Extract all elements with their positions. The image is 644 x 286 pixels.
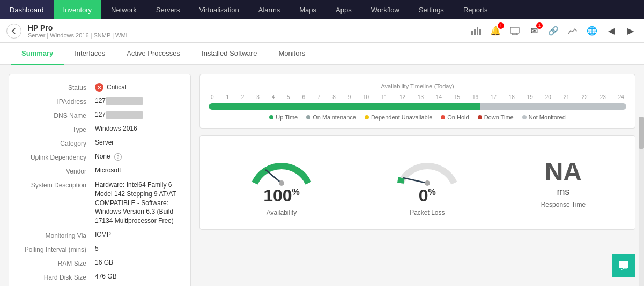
nav-alarms[interactable]: Alarms bbox=[249, 0, 290, 19]
info-row-dns: DNS Name 127 bbox=[20, 111, 180, 119]
nav-settings[interactable]: Settings bbox=[409, 0, 454, 19]
legend-onhold: On Hold bbox=[441, 114, 469, 121]
device-title: HP Pro bbox=[28, 24, 128, 32]
svg-rect-4 bbox=[510, 27, 519, 33]
gauges-row: 100% Availability bbox=[209, 143, 626, 222]
info-row-polling: Polling Interval (mins) 5 bbox=[20, 245, 180, 253]
uplink-help-icon[interactable]: ? bbox=[114, 153, 122, 161]
svg-point-11 bbox=[425, 180, 430, 186]
tab-monitors[interactable]: Monitors bbox=[268, 43, 316, 65]
bell-badge: ! bbox=[498, 22, 504, 29]
timeline-bar bbox=[209, 103, 626, 110]
legend-dot-uptime bbox=[269, 115, 273, 119]
nav-apps[interactable]: Apps bbox=[326, 0, 361, 19]
packet-loss-value: 0% bbox=[419, 186, 436, 206]
svg-rect-2 bbox=[477, 27, 478, 35]
nav-workflow[interactable]: Workflow bbox=[361, 0, 409, 19]
nav-network[interactable]: Network bbox=[101, 0, 146, 19]
globe-icon[interactable]: 🌐 bbox=[585, 24, 599, 38]
packet-loss-label: Packet Loss bbox=[410, 209, 445, 216]
sysdesc-label: System Description bbox=[20, 180, 95, 189]
legend-dot-maintenance bbox=[306, 115, 310, 119]
timeline-uptime bbox=[209, 103, 480, 110]
devices-icon[interactable] bbox=[508, 24, 522, 38]
mail-badge: 1 bbox=[536, 22, 543, 29]
vendor-value: Microsoft bbox=[95, 167, 121, 174]
link-icon[interactable]: 🔗 bbox=[546, 24, 560, 38]
prev-icon[interactable]: ◀ bbox=[604, 24, 618, 38]
nav-virtualization[interactable]: Virtualization bbox=[190, 0, 249, 19]
category-value: Server bbox=[95, 139, 114, 146]
legend-notmonitored: Not Monitored bbox=[522, 114, 566, 121]
nav-dashboard[interactable]: Dashboard bbox=[0, 0, 54, 19]
mail-icon[interactable]: ✉ 1 bbox=[527, 24, 541, 38]
next-icon[interactable]: ▶ bbox=[624, 24, 638, 38]
legend-dependent: Dependent Unavailable bbox=[365, 114, 432, 121]
polling-label: Polling Interval (mins) bbox=[20, 245, 95, 253]
uplink-label: Uplink Dependency bbox=[20, 153, 95, 161]
legend-dot-downtime bbox=[478, 115, 482, 119]
response-time-value: NA bbox=[545, 157, 582, 186]
svg-line-8 bbox=[265, 170, 282, 183]
svg-rect-0 bbox=[471, 31, 473, 35]
tab-installed-software[interactable]: Installed Software bbox=[191, 43, 268, 65]
main-content: Status ✕ Critical IPAddress 127 DNS Name… bbox=[0, 65, 644, 286]
graph-icon[interactable] bbox=[566, 24, 580, 38]
scrollbar-thumb[interactable] bbox=[639, 117, 644, 149]
info-row-uplink: Uplink Dependency None ? bbox=[20, 153, 180, 161]
nav-maps[interactable]: Maps bbox=[290, 0, 326, 19]
nav-servers[interactable]: Servers bbox=[146, 0, 190, 19]
nav-inventory[interactable]: Inventory bbox=[54, 0, 101, 19]
header-actions: 🔔 ! ✉ 1 🔗 🌐 ◀ ▶ bbox=[469, 24, 638, 38]
tabs-bar: Summary Interfaces Active Processes Inst… bbox=[0, 43, 644, 65]
availability-gauge: 100% Availability bbox=[249, 148, 314, 216]
info-row-vendor: Vendor Microsoft bbox=[20, 167, 180, 175]
legend-dot-dependent bbox=[365, 115, 369, 119]
availability-label: Availability bbox=[267, 209, 297, 216]
back-button[interactable] bbox=[6, 24, 21, 39]
uplink-value: None ? bbox=[95, 153, 122, 161]
legend-uptime: Up Time bbox=[269, 114, 298, 121]
response-time-gauge: NA ms Response Time bbox=[541, 157, 586, 208]
type-value: Windows 2016 bbox=[95, 125, 137, 132]
svg-rect-3 bbox=[479, 29, 481, 35]
info-row-hdd: Hard Disk Size 476 GB bbox=[20, 273, 180, 281]
svg-rect-14 bbox=[625, 264, 626, 265]
bell-icon[interactable]: 🔔 ! bbox=[488, 24, 502, 38]
sysdesc-value: Hardware: Intel64 Family 6 Model 142 Ste… bbox=[95, 180, 180, 225]
device-info: HP Pro Server | Windows 2016 | SNMP | WM… bbox=[28, 24, 128, 39]
legend-dot-notmonitored bbox=[522, 115, 527, 119]
critical-icon: ✕ bbox=[95, 83, 103, 92]
svg-rect-12 bbox=[621, 264, 622, 265]
status-value: ✕ Critical bbox=[95, 83, 127, 92]
hdd-label: Hard Disk Size bbox=[20, 273, 95, 281]
sub-header: HP Pro Server | Windows 2016 | SNMP | WM… bbox=[0, 19, 644, 43]
chart-icon[interactable] bbox=[469, 24, 483, 38]
nav-reports[interactable]: Reports bbox=[454, 0, 498, 19]
availability-title: Availability Timeline (Today) bbox=[209, 82, 626, 90]
status-label: Status bbox=[20, 83, 95, 92]
svg-point-9 bbox=[279, 180, 284, 186]
info-row-ram: RAM Size 16 GB bbox=[20, 259, 180, 267]
device-details-panel: Status ✕ Critical IPAddress 127 DNS Name… bbox=[9, 74, 191, 286]
ram-value: 16 GB bbox=[95, 259, 113, 266]
tab-interfaces[interactable]: Interfaces bbox=[64, 43, 116, 65]
legend-downtime: Down Time bbox=[478, 114, 514, 121]
timeline-hours: 012 345 678 91011 121314 151617 181920 2… bbox=[209, 94, 626, 100]
vendor-label: Vendor bbox=[20, 167, 95, 175]
info-row-category: Category Server bbox=[20, 139, 180, 147]
scrollbar-track[interactable] bbox=[639, 117, 644, 286]
metrics-panel: Availability Timeline (Today) 012 345 67… bbox=[199, 74, 635, 286]
svg-rect-1 bbox=[474, 29, 476, 35]
timeline-unmonitored bbox=[480, 103, 626, 110]
info-row-status: Status ✕ Critical bbox=[20, 83, 180, 92]
ram-label: RAM Size bbox=[20, 259, 95, 267]
dns-label: DNS Name bbox=[20, 111, 95, 119]
timeline-legend: Up Time On Maintenance Dependent Unavail… bbox=[209, 114, 626, 121]
chat-button[interactable] bbox=[612, 254, 635, 277]
main-content-wrapper: Status ✕ Critical IPAddress 127 DNS Name… bbox=[0, 65, 644, 286]
tab-active-processes[interactable]: Active Processes bbox=[116, 43, 191, 65]
hdd-value: 476 GB bbox=[95, 273, 117, 280]
tab-summary[interactable]: Summary bbox=[11, 43, 64, 65]
monitoring-label: Monitoring Via bbox=[20, 231, 95, 239]
